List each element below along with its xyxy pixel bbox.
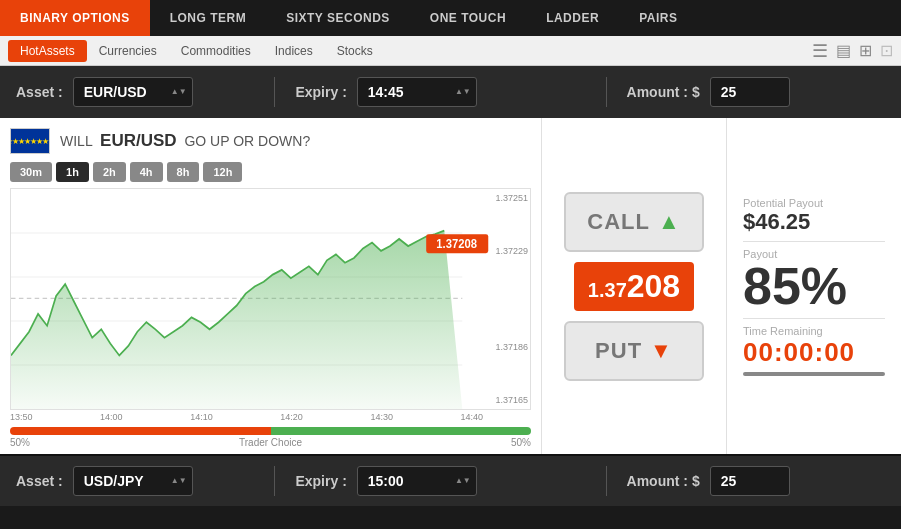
time-btn-1h[interactable]: 1h	[56, 162, 89, 182]
list-icon[interactable]: ▤	[836, 41, 851, 60]
subnav-commodities[interactable]: Commodities	[169, 40, 263, 62]
expiry-select[interactable]: 14:45 15:00 15:15	[357, 77, 477, 107]
amount-label: Amount : $	[627, 84, 700, 100]
asset-label: Asset :	[16, 84, 63, 100]
asset-select[interactable]: EUR/USD GBP/USD USD/JPY	[73, 77, 193, 107]
trader-choice-label: Trader Choice	[239, 437, 302, 448]
expiry-label: Expiry :	[295, 84, 346, 100]
subnav-hotassets[interactable]: HotAssets	[8, 40, 87, 62]
time-btn-30m[interactable]: 30m	[10, 162, 52, 182]
time-remaining-section: Time Remaining 00:00:00	[743, 325, 885, 376]
nav-pairs[interactable]: PAIRS	[619, 0, 697, 36]
call-up-arrow: ▲	[658, 209, 681, 235]
trader-right-pct: 50%	[511, 437, 531, 448]
amount-input[interactable]	[710, 77, 790, 107]
bottom-amount-label: Amount : $	[627, 473, 700, 489]
time-btn-4h[interactable]: 4h	[130, 162, 163, 182]
menu-icon[interactable]: ☰	[812, 40, 828, 62]
put-button[interactable]: PUT ▼	[564, 321, 704, 381]
bottom-expiry-label: Expiry :	[295, 473, 346, 489]
subnav-indices[interactable]: Indices	[263, 40, 325, 62]
time-btn-12h[interactable]: 12h	[203, 162, 242, 182]
price-chart: 1.37208	[11, 189, 530, 409]
nav-sixty-seconds[interactable]: SIXTY SECONDS	[266, 0, 410, 36]
bottom-asset-select[interactable]: USD/JPY EUR/USD	[73, 466, 193, 496]
x-label-5: 14:30	[370, 412, 393, 422]
y-label-1: 1.37251	[495, 193, 528, 203]
nav-ladder[interactable]: LADDER	[526, 0, 619, 36]
subnav-currencies[interactable]: Currencies	[87, 40, 169, 62]
y-label-4: 1.37186	[495, 342, 528, 352]
trader-left-pct: 50%	[10, 437, 30, 448]
x-label-6: 14:40	[460, 412, 483, 422]
put-down-arrow: ▼	[650, 338, 673, 364]
expand-icon[interactable]: ⊡	[880, 41, 893, 60]
bottom-expiry-select[interactable]: 15:00 15:15	[357, 466, 477, 496]
payout-section: Payout 85%	[743, 248, 885, 312]
time-btn-8h[interactable]: 8h	[167, 162, 200, 182]
flag-icon: ★★★★★★★★★★★★	[10, 128, 50, 154]
nav-binary-options[interactable]: BINARY OPTIONS	[0, 0, 150, 36]
subnav-stocks[interactable]: Stocks	[325, 40, 385, 62]
potential-payout-section: Potential Payout $46.25	[743, 197, 885, 235]
time-btn-2h[interactable]: 2h	[93, 162, 126, 182]
price-ticker: 1.37208	[574, 262, 694, 311]
svg-text:1.37208: 1.37208	[436, 238, 477, 250]
x-label-3: 14:10	[190, 412, 213, 422]
call-button[interactable]: CALL ▲	[564, 192, 704, 252]
nav-long-term[interactable]: LONG TERM	[150, 0, 267, 36]
x-label-4: 14:20	[280, 412, 303, 422]
bottom-amount-input[interactable]	[710, 466, 790, 496]
x-label-2: 14:00	[100, 412, 123, 422]
y-label-5: 1.37165	[495, 395, 528, 405]
chart-title: WILL EUR/USD GO UP OR DOWN?	[60, 131, 310, 151]
nav-one-touch[interactable]: ONE TOUCH	[410, 0, 526, 36]
bottom-asset-label: Asset :	[16, 473, 63, 489]
grid-icon[interactable]: ⊞	[859, 41, 872, 60]
y-label-2: 1.37229	[495, 246, 528, 256]
x-label-1: 13:50	[10, 412, 33, 422]
trader-choice-bar	[10, 427, 531, 435]
